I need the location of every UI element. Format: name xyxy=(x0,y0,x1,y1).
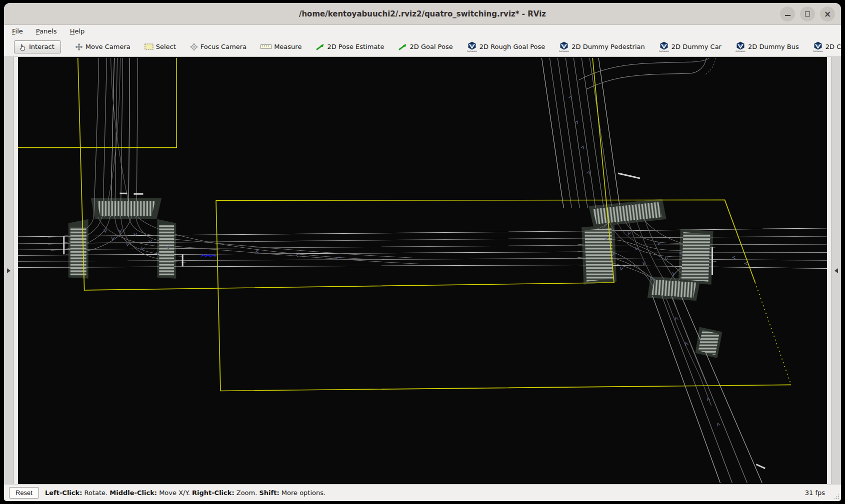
mouse-hints: Left-Click: Rotate. Middle-Click: Move X… xyxy=(45,489,326,497)
minimize-button[interactable] xyxy=(780,6,795,21)
center-area xyxy=(4,57,841,484)
map-boundary-polygons xyxy=(18,58,791,391)
lane-direction-arrows xyxy=(104,95,748,427)
focus-camera-icon xyxy=(190,43,198,51)
expand-right-panel-button[interactable] xyxy=(832,265,840,276)
right-panel-rail xyxy=(831,57,841,484)
autoware-icon: Autoware xyxy=(813,41,823,52)
autoware-icon: Autoware xyxy=(659,41,669,52)
3d-viewport[interactable] xyxy=(18,57,827,484)
tool-2d-checkpoint-pose[interactable]: Autoware 2D Checkpoint Pose xyxy=(811,39,841,54)
green-arrow-icon xyxy=(316,43,324,51)
menu-panels[interactable]: Panels xyxy=(36,27,57,35)
autoware-icon: Autoware xyxy=(736,41,746,52)
tool-select[interactable]: Select xyxy=(142,41,178,52)
move-camera-icon xyxy=(75,43,83,51)
window-title: /home/kentoyabuuchi2/.rviz2/quatro_switc… xyxy=(4,9,841,18)
autoware-icon: Autoware xyxy=(467,41,477,52)
green-arrow-icon xyxy=(398,43,407,51)
tool-2d-rough-goal-pose[interactable]: Autoware 2D Rough Goal Pose xyxy=(465,39,548,54)
maximize-icon xyxy=(805,11,810,16)
tool-2d-goal-pose[interactable]: 2D Goal Pose xyxy=(396,41,454,53)
menu-file[interactable]: File xyxy=(12,27,23,35)
road-surface-patches xyxy=(68,198,722,358)
toolbar: Interact Move Camera Select Focus Camera xyxy=(4,37,841,57)
menubar: File Panels Help xyxy=(4,25,841,37)
tool-2d-dummy-pedestrian[interactable]: Autoware 2D Dummy Pedestrian xyxy=(557,39,646,54)
tool-2d-dummy-car[interactable]: Autoware 2D Dummy Car xyxy=(657,39,724,54)
tool-2d-dummy-bus[interactable]: Autoware 2D Dummy Bus xyxy=(734,39,801,54)
tool-measure[interactable]: Measure xyxy=(258,41,304,52)
svg-text:Autoware: Autoware xyxy=(813,50,823,52)
left-panel-rail xyxy=(4,57,14,484)
expand-left-panel-button[interactable] xyxy=(5,265,13,276)
rviz-window: /home/kentoyabuuchi2/.rviz2/quatro_switc… xyxy=(4,3,841,501)
chevron-right-icon xyxy=(7,268,10,273)
fps-counter: 31 fps xyxy=(805,489,825,497)
right-gutter xyxy=(827,57,831,484)
close-icon: × xyxy=(824,10,831,18)
tool-interact[interactable]: Interact xyxy=(14,40,61,53)
resize-grip[interactable] xyxy=(833,493,840,500)
boundary-top-left xyxy=(18,58,176,147)
select-icon xyxy=(144,43,154,50)
hand-icon xyxy=(18,43,26,51)
tool-2d-pose-estimate[interactable]: 2D Pose Estimate xyxy=(314,41,386,53)
autoware-icon: Autoware xyxy=(559,41,569,52)
svg-text:Autoware: Autoware xyxy=(559,50,569,52)
boundary-large xyxy=(216,200,791,391)
minimize-icon xyxy=(785,15,790,16)
menu-help[interactable]: Help xyxy=(70,27,85,35)
ego-pose-marker xyxy=(201,255,216,256)
lanelet-map-scene xyxy=(18,57,827,484)
measure-icon xyxy=(260,44,272,49)
tool-focus-camera[interactable]: Focus Camera xyxy=(188,41,248,53)
boundary-large-dotted-edge xyxy=(755,283,791,385)
close-button[interactable]: × xyxy=(820,6,835,21)
reset-button[interactable]: Reset xyxy=(9,487,39,499)
chevron-left-icon xyxy=(834,268,838,273)
titlebar[interactable]: /home/kentoyabuuchi2/.rviz2/quatro_switc… xyxy=(4,3,841,25)
statusbar: Reset Left-Click: Rotate. Middle-Click: … xyxy=(4,484,841,501)
svg-text:Autoware: Autoware xyxy=(736,50,746,52)
maximize-button[interactable] xyxy=(800,6,815,21)
svg-text:Autoware: Autoware xyxy=(659,50,669,52)
svg-text:Autoware: Autoware xyxy=(467,50,477,52)
left-gutter xyxy=(14,57,18,484)
tool-move-camera[interactable]: Move Camera xyxy=(73,41,132,53)
